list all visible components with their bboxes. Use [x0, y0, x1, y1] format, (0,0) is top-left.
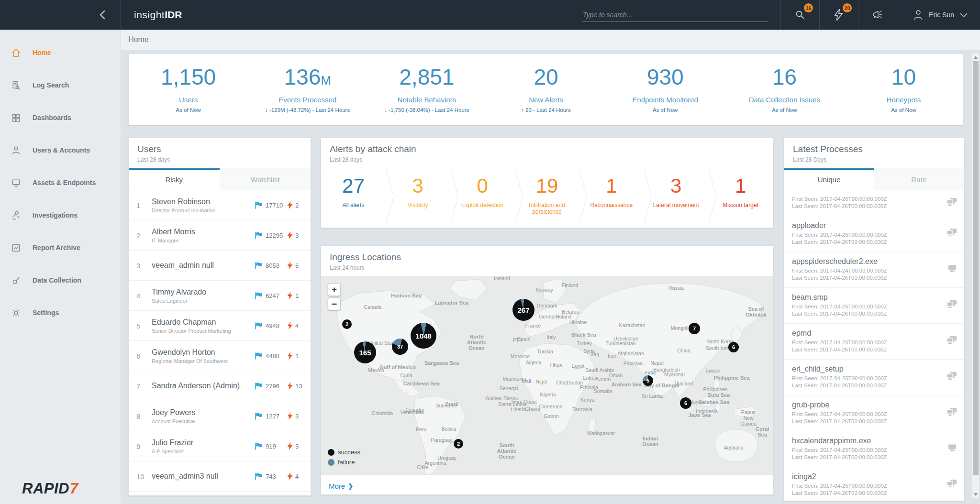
user-rank: 2 — [136, 231, 152, 240]
process-row[interactable]: grub-probe First Seen: 2017-04-26T00:00:… — [784, 395, 964, 431]
sidebar-collapse[interactable] — [0, 0, 121, 30]
ingress-bubble[interactable]: 2 — [342, 319, 352, 329]
attack-chain-segment[interactable]: 1 Reconnaissance — [579, 168, 644, 225]
process-row[interactable]: hxcalendarappimm.exe First Seen: 2017-04… — [784, 431, 964, 467]
user-row[interactable]: 5 Eduardo Chapman Senior Director Produc… — [129, 311, 311, 341]
attack-chain-segment[interactable]: 19 Infiltration and persistence — [515, 168, 579, 225]
process-row[interactable]: erl_child_setup First Seen: 2017-04-25T0… — [784, 360, 964, 395]
process-row[interactable]: epmd First Seen: 2017-04-25T00:00:00.000… — [784, 324, 964, 360]
stat-cell[interactable]: 136M Events Processed ↓-129M (-48.72%) -… — [248, 54, 367, 125]
stat-cell[interactable]: 10 Honeypots As of Now — [844, 54, 963, 125]
more-link[interactable]: More ❯ — [321, 474, 773, 495]
bolt-count: 3 — [295, 232, 304, 239]
stat-cell[interactable]: 16 Data Collection Issues As of Now — [725, 54, 844, 125]
user-menu[interactable]: Eric Sun — [897, 0, 980, 30]
process-name: beam.smp — [792, 293, 939, 302]
process-row[interactable]: icinga2 First Seen: 2017-04-25T00:00:00.… — [784, 467, 964, 501]
user-icon — [913, 10, 923, 20]
user-row[interactable]: 4 Timmy Alvarado Sales Engineer 6247 1 — [129, 281, 311, 311]
process-name: hxcalendarappimm.exe — [792, 437, 939, 445]
panel-subtitle: Last 28 Days — [793, 156, 955, 163]
flag-count: 919 — [266, 443, 285, 450]
ingress-bubble[interactable]: 2 — [454, 439, 463, 449]
ingress-bubble[interactable]: 165 — [354, 341, 376, 363]
zoom-in-button[interactable]: + — [328, 283, 341, 296]
attack-chain-segment[interactable]: 3 Visibility — [386, 168, 450, 225]
sidebar-item-report-archive[interactable]: Report Archive — [0, 231, 121, 264]
sidebar-item-log-search[interactable]: Log Search — [0, 69, 121, 101]
alerts-button[interactable]: 20 — [819, 0, 858, 30]
segment-value: 1 — [579, 175, 644, 197]
process-row[interactable]: beam.smp First Seen: 2017-04-25T00:00:00… — [784, 288, 964, 324]
attack-chain-segment[interactable]: 27 All alerts — [321, 168, 386, 225]
legend-item: success — [328, 449, 360, 456]
tab-rare[interactable]: Rare — [874, 168, 964, 190]
monitors-icon — [947, 480, 957, 490]
sidebar-item-data-collection[interactable]: Data Collection — [0, 264, 121, 296]
segment-value: 0 — [450, 175, 515, 197]
user-row[interactable]: 1 Steven Robinson Director Product Incub… — [129, 190, 311, 220]
sidebar-item-investigations[interactable]: Investigations — [0, 199, 121, 231]
flag-count: 1227 — [266, 413, 285, 420]
latest-processes-panel: Latest Processes Last 28 Days Unique Rar… — [784, 137, 964, 501]
attack-chain-panel: Alerts by attack chain Last 28 days 27 A… — [321, 137, 773, 228]
flag-icon — [255, 262, 263, 269]
rapid7-word: RAPID — [22, 480, 69, 497]
ingress-bubble[interactable]: 6 — [728, 342, 739, 352]
zoom-out-button[interactable]: − — [328, 297, 341, 310]
sidebar-item-users-accounts[interactable]: Users & Accounts — [0, 134, 121, 166]
ingress-bubble[interactable]: 7 — [689, 323, 700, 334]
user-row[interactable]: 10 veeam_admin3 null 743 4 — [129, 461, 311, 492]
vertical-scrollbar[interactable] — [972, 54, 979, 498]
lightning-icon — [835, 9, 843, 21]
sidebar-item-home[interactable]: Home — [0, 36, 121, 69]
stat-cell[interactable]: 930 Endpoints Monitored As of Now — [606, 54, 725, 125]
tab-watchlist[interactable]: Watchlist — [220, 168, 311, 190]
sidebar-item-dashboards[interactable]: Dashboards — [0, 101, 121, 134]
ingress-bubble[interactable]: 5 — [643, 375, 653, 386]
process-row[interactable]: First Seen: 2017-04-26T00:00:00.000Z Las… — [784, 190, 964, 216]
attack-chain: 27 All alerts 3 Visibility 0 Exploit det… — [321, 168, 773, 225]
scroll-up-arrow[interactable] — [974, 56, 978, 59]
users-tabs: Risky Watchlist — [129, 168, 311, 190]
stat-value: 1,150 — [129, 66, 248, 92]
process-row[interactable]: apploader First Seen: 2017-04-25T00:00:0… — [784, 216, 964, 252]
stat-label: Notable Behaviors — [367, 96, 486, 104]
stat-cell[interactable]: 1,150 Users As of Now — [129, 54, 248, 125]
alerts-badge: 20 — [843, 3, 852, 12]
attack-chain-segment[interactable]: 0 Exploit detection — [450, 168, 515, 225]
process-row[interactable]: appspiderscheduler2.exe First Seen: 2017… — [784, 252, 964, 288]
user-row[interactable]: 8 Joey Powers Account Executive 1227 3 — [129, 401, 311, 431]
search-input[interactable] — [582, 8, 768, 22]
user-name: veeam_admin null — [152, 261, 255, 270]
bolt-icon — [287, 262, 293, 269]
saved-searches-button[interactable]: 16 — [780, 0, 819, 30]
panel-subtitle: Last 28 days — [330, 156, 764, 163]
attack-chain-segment[interactable]: 1 Mission target — [708, 168, 773, 225]
ingress-bubble[interactable]: 6 — [680, 397, 691, 409]
stat-cell[interactable]: 20 New Alerts ↑20 - Last 24 Hours — [486, 54, 605, 125]
tab-unique[interactable]: Unique — [784, 168, 874, 190]
user-role: IT Manager — [152, 238, 255, 243]
ingress-bubble[interactable]: 1048 — [411, 323, 436, 349]
scroll-down-arrow[interactable] — [974, 493, 978, 496]
sidebar-item-settings[interactable]: Settings — [0, 296, 121, 329]
scrollbar-thumb[interactable] — [973, 61, 979, 475]
ingress-bubble[interactable]: 37 — [392, 339, 408, 355]
announcements-button[interactable] — [858, 0, 897, 30]
sidebar-item-label: Dashboards — [33, 114, 71, 121]
sidebar-item-assets-endpoints[interactable]: Assets & Endpoints — [0, 166, 121, 199]
world-map[interactable]: CanadaHudson BayLabrador SeaUnited State… — [321, 276, 773, 474]
bolt-count: 3 — [295, 443, 304, 450]
user-role: A P Specialist — [152, 449, 255, 454]
tab-risky[interactable]: Risky — [129, 168, 220, 190]
attack-chain-segment[interactable]: 3 Lateral movement — [644, 168, 708, 225]
segment-value: 3 — [644, 175, 708, 197]
user-row[interactable]: 2 Albert Morris IT Manager 12295 3 — [129, 220, 311, 251]
user-row[interactable]: 6 Gwendolyn Horton Regional Manager Of S… — [129, 341, 311, 371]
stat-cell[interactable]: 2,851 Notable Behaviors ↓-1,750 (-38.04%… — [367, 54, 486, 125]
ingress-bubble[interactable]: 267 — [512, 299, 535, 321]
user-row[interactable]: 9 Julio Frazier A P Specialist 919 3 — [129, 431, 311, 461]
user-row[interactable]: 3 veeam_admin null 8053 6 — [129, 251, 311, 281]
user-row[interactable]: 7 Sandra Anderson (Admin) 2796 13 — [129, 371, 311, 401]
